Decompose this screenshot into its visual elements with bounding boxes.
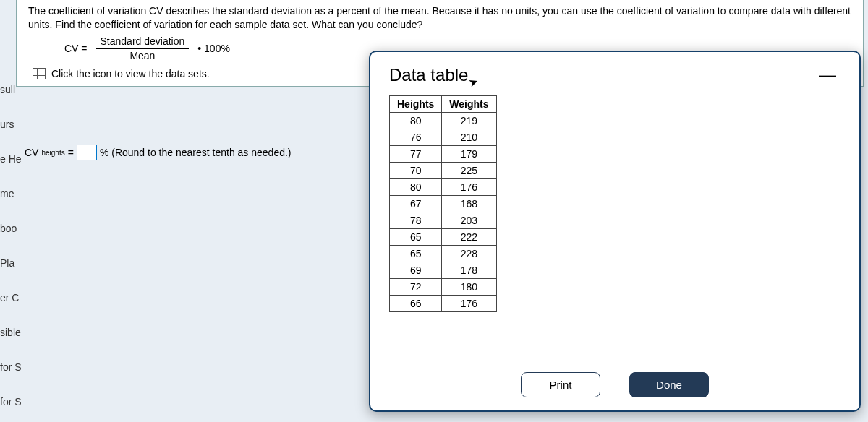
data-table-modal: Data table — HeightsWeights 802197621077… — [369, 51, 861, 412]
table-row: 77179 — [390, 146, 497, 163]
table-header: Heights — [390, 96, 442, 113]
data-table: HeightsWeights 8021976210771797022580176… — [389, 95, 497, 312]
formula-denominator: Mean — [125, 49, 159, 63]
sidebar-fragment: sible — [0, 315, 22, 350]
table-cell: 222 — [442, 229, 496, 246]
table-row: 65222 — [390, 229, 497, 246]
table-cell: 178 — [442, 262, 496, 279]
table-cell: 66 — [390, 296, 442, 312]
modal-title: Data table — [389, 65, 468, 85]
table-row: 80219 — [390, 113, 497, 129]
sidebar-fragment: er C — [0, 280, 22, 315]
table-row: 72180 — [390, 279, 497, 296]
table-cell: 65 — [390, 246, 442, 262]
sidebar-fragment: e He — [0, 142, 22, 176]
table-cell: 179 — [442, 146, 496, 163]
table-cell: 203 — [442, 212, 496, 229]
sidebar-fragment: urs — [0, 107, 22, 142]
table-cell: 176 — [442, 179, 496, 196]
table-cell: 72 — [390, 279, 442, 296]
table-cell: 67 — [390, 196, 442, 212]
cv-formula: CV = Standard deviation Mean • 100% — [64, 35, 230, 63]
table-cell: 77 — [390, 146, 442, 163]
cv-heights-input[interactable] — [77, 145, 97, 160]
formula-lhs: CV = — [64, 42, 88, 56]
cv-heights-line: CVheights = % (Round to the nearest tent… — [25, 145, 292, 160]
cv-subscript: heights — [41, 149, 64, 157]
table-cell: 70 — [390, 163, 442, 179]
table-row: 80176 — [390, 179, 497, 196]
table-cell: 176 — [442, 296, 496, 312]
table-cell: 65 — [390, 229, 442, 246]
sidebar-fragment: med — [0, 419, 22, 422]
formula-numerator: Standard deviation — [96, 35, 190, 49]
table-row: 66176 — [390, 296, 497, 312]
table-cell: 80 — [390, 179, 442, 196]
table-header: Weights — [442, 96, 496, 113]
table-cell: 219 — [442, 113, 496, 129]
data-table-icon[interactable] — [33, 68, 46, 79]
minimize-icon[interactable]: — — [814, 65, 841, 85]
cv-suffix: % (Round to the nearest tenth as needed.… — [100, 147, 292, 158]
table-cell: 210 — [442, 129, 496, 146]
sidebar-fragment: me — [0, 176, 22, 211]
print-button[interactable]: Print — [521, 372, 600, 397]
cv-equals: = — [68, 147, 74, 158]
table-cell: 80 — [390, 113, 442, 129]
sidebar-fragment: for S — [0, 384, 22, 419]
table-row: 78203 — [390, 212, 497, 229]
done-button[interactable]: Done — [629, 372, 709, 397]
table-cell: 228 — [442, 246, 496, 262]
table-row: 70225 — [390, 163, 497, 179]
formula-rhs: • 100% — [197, 42, 230, 56]
table-row: 69178 — [390, 262, 497, 279]
question-text: The coefficient of variation CV describe… — [28, 4, 856, 32]
table-cell: 180 — [442, 279, 496, 296]
table-cell: 225 — [442, 163, 496, 179]
table-cell: 168 — [442, 196, 496, 212]
table-row: 65228 — [390, 246, 497, 262]
sidebar-fragment: boo — [0, 211, 22, 246]
table-row: 67168 — [390, 196, 497, 212]
table-cell: 78 — [390, 212, 442, 229]
table-cell: 69 — [390, 262, 442, 279]
table-row: 76210 — [390, 129, 497, 146]
cv-prefix: CV — [25, 147, 38, 158]
sidebar-fragment: for S — [0, 350, 22, 384]
table-cell: 76 — [390, 129, 442, 146]
click-icon-text[interactable]: Click the icon to view the data sets. — [51, 67, 210, 81]
sidebar-fragment: Pla — [0, 246, 22, 280]
